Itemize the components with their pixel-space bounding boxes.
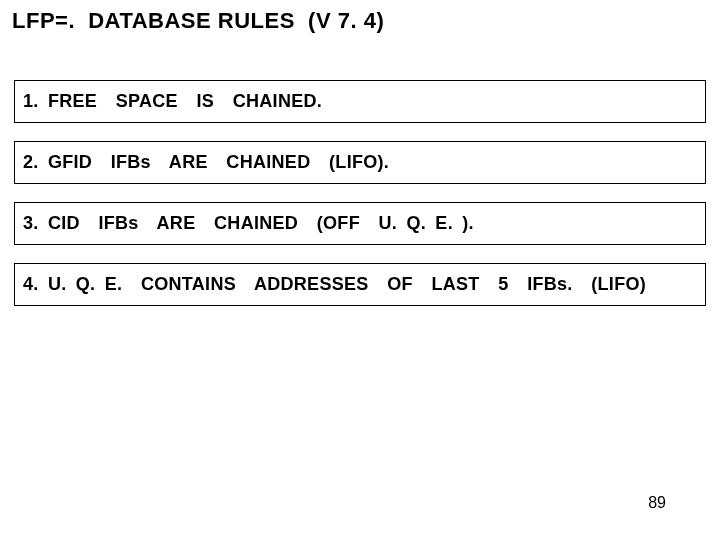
rule-item: 4. U. Q. E. CONTAINS ADDRESSES OF LAST 5… <box>14 263 706 306</box>
rule-item: 1. FREE SPACE IS CHAINED. <box>14 80 706 123</box>
rule-item: 2. GFID IFBs ARE CHAINED (LIFO). <box>14 141 706 184</box>
slide-title: LFP=. DATABASE RULES (V 7. 4) <box>12 8 384 34</box>
slide: LFP=. DATABASE RULES (V 7. 4) 1. FREE SP… <box>0 0 720 540</box>
rules-container: 1. FREE SPACE IS CHAINED. 2. GFID IFBs A… <box>14 80 706 324</box>
rule-item: 3. CID IFBs ARE CHAINED (OFF U. Q. E. ). <box>14 202 706 245</box>
page-number: 89 <box>648 494 666 512</box>
